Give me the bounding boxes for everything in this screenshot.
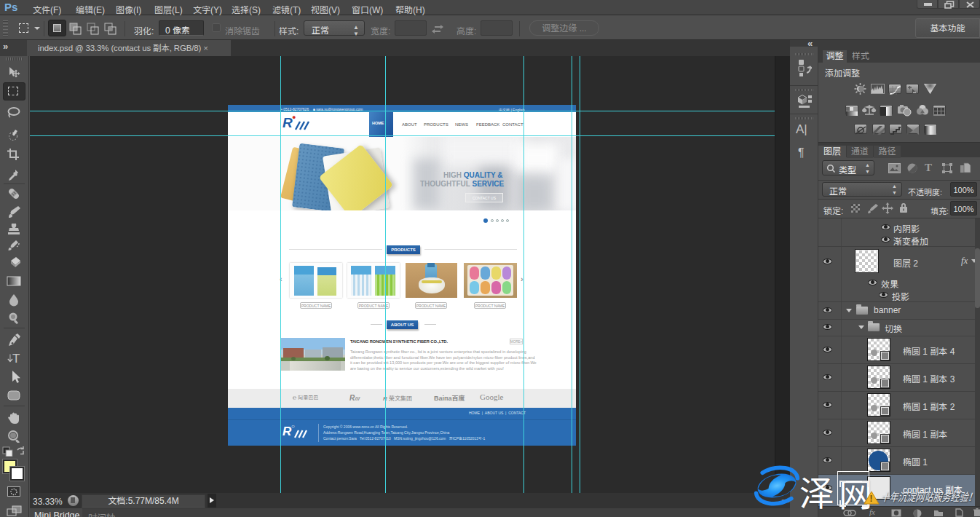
svg-text:T: T xyxy=(12,352,20,365)
